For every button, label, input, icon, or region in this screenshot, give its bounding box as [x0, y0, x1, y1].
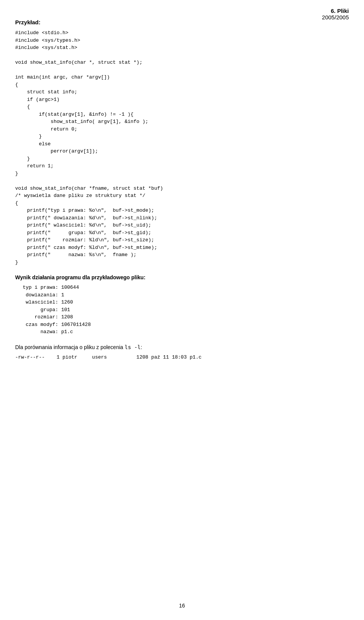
section-label: Przykład: [15, 19, 349, 25]
header-right: 6. Pliki 2005/2005 [322, 8, 349, 20]
code-block: #include <stdio.h> #include <sys/types.h… [15, 29, 349, 266]
header-title: 6. Pliki [322, 8, 349, 14]
header-year: 2005/2005 [322, 14, 349, 20]
output-block: typ i prawa: 100644 dowiazania: 1 wlasci… [23, 284, 349, 336]
ls-output: -rw-r--r-- 1 piotr users 1208 paź 11 18:… [15, 354, 349, 361]
comparison-section-label: Dla porównania informacja o pliku z pole… [15, 343, 349, 351]
page-number: 16 [179, 603, 185, 609]
output-section-label: Wynik działania programu dla przykładowe… [15, 274, 349, 282]
output-label-text: Wynik działania programu dla przykładowe… [15, 274, 146, 280]
